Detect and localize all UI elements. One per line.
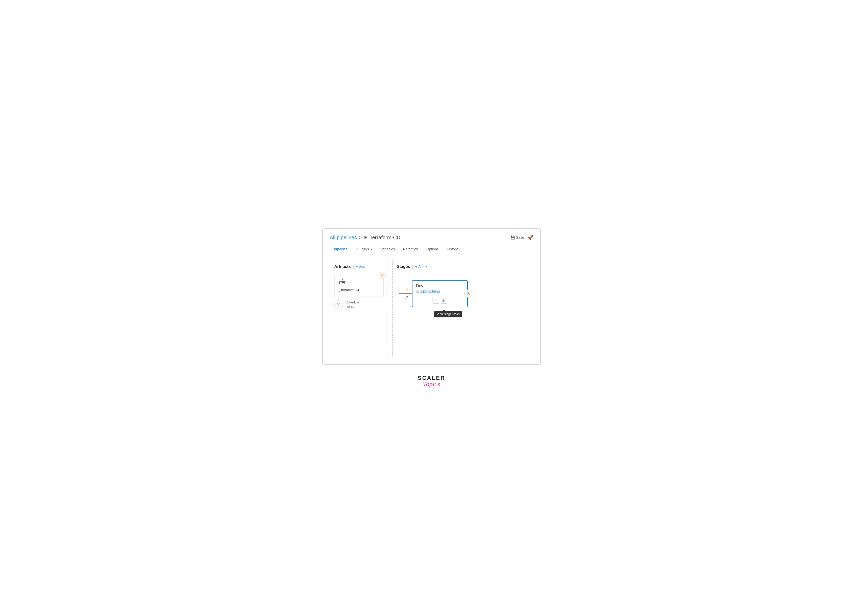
artifact-lightning-icon: ⚡ — [379, 272, 386, 279]
logo-area: SCALER Topics — [418, 375, 445, 388]
svg-point-5 — [406, 296, 408, 297]
tabs-bar: Pipeline ⚠ Tasks ▾ Variables Retention O… — [330, 245, 533, 254]
stages-divider: | — [412, 264, 413, 269]
schedule-icon — [334, 300, 343, 309]
stages-plus-icon: + — [415, 265, 417, 269]
stages-panel: Stages | + Add ▾ ⚡ — [392, 260, 533, 356]
save-button[interactable]: 💾 Save — [510, 236, 524, 239]
run-button[interactable]: 🚀 — [528, 235, 533, 240]
svg-rect-2 — [342, 282, 343, 283]
stage-job-label: 1 job, 8 tasks — [420, 289, 440, 293]
svg-rect-3 — [343, 282, 344, 283]
pipeline-area: Artifacts | + Add ⚡ — [330, 260, 533, 356]
stages-add-label: Add — [418, 265, 425, 269]
main-container: All pipelines > ⊞ Terraform-CD 💾 Save 🚀 … — [322, 228, 541, 365]
run-icon: 🚀 — [528, 235, 533, 240]
svg-rect-1 — [341, 282, 342, 283]
stage-left-icons: ⚡ — [404, 287, 410, 300]
tab-options[interactable]: Options — [422, 245, 443, 254]
stages-add-chevron: ▾ — [426, 265, 427, 268]
logo-topics: Topics — [423, 380, 440, 388]
tooltip-text: View stage tasks — [437, 312, 460, 316]
schedule-card[interactable]: Schedule not set — [334, 300, 384, 309]
tab-history-label: History — [447, 247, 458, 251]
stage-name: Dev — [416, 284, 464, 288]
schedule-line2: not set — [345, 305, 355, 308]
stages-add-link[interactable]: + Add ▾ — [415, 265, 427, 269]
artifact-build-icon — [339, 278, 346, 286]
header-actions: 💾 Save 🚀 — [510, 235, 533, 240]
breadcrumb: All pipelines > ⊞ Terraform-CD — [330, 235, 400, 240]
tab-retention[interactable]: Retention — [399, 245, 422, 254]
tab-options-label: Options — [427, 247, 439, 251]
svg-rect-7 — [443, 299, 445, 301]
stage-bottom-actions: + — [416, 297, 464, 304]
stage-warning-icon: ⚠ — [416, 289, 419, 293]
tab-variables[interactable]: Variables — [376, 245, 399, 254]
tab-pipeline[interactable]: Pipeline — [330, 245, 351, 254]
tab-pipeline-label: Pipeline — [334, 247, 348, 251]
stage-job-link[interactable]: ⚠ 1 job, 8 tasks — [416, 289, 464, 293]
all-pipelines-link[interactable]: All pipelines — [330, 235, 357, 240]
stage-lightning-btn[interactable]: ⚡ — [404, 287, 410, 293]
tab-retention-label: Retention — [403, 247, 418, 251]
artifact-name: _Terraform-CI — [339, 288, 359, 292]
artifacts-add-label: Add — [359, 265, 365, 269]
tab-tasks-inner: ⚠ Tasks ▾ — [356, 247, 372, 251]
breadcrumb-separator: > — [359, 235, 362, 240]
save-icon: 💾 — [510, 236, 515, 239]
tasks-warning-icon: ⚠ — [356, 247, 359, 251]
artifacts-plus-icon: + — [356, 265, 358, 269]
view-stage-tasks-tooltip: View stage tasks — [434, 311, 462, 317]
tab-tasks-label: Tasks — [360, 247, 369, 251]
artifacts-divider: | — [353, 264, 354, 269]
artifacts-add-link[interactable]: + Add — [356, 265, 365, 269]
stage-add-before-btn[interactable]: + — [433, 297, 439, 304]
pipeline-icon: ⊞ — [364, 235, 367, 240]
artifacts-panel-header: Artifacts | + Add — [334, 264, 384, 269]
schedule-line1: Schedule — [345, 300, 359, 304]
stage-card[interactable]: Dev ⚠ 1 job, 8 tasks View stage tasks + — [412, 280, 468, 307]
stage-user-btn[interactable] — [404, 294, 410, 300]
artifacts-panel: Artifacts | + Add ⚡ — [330, 260, 388, 356]
svg-point-8 — [468, 292, 469, 294]
save-label: Save — [516, 236, 524, 239]
stages-panel-header: Stages | + Add ▾ — [397, 264, 529, 269]
artifacts-title: Artifacts — [334, 264, 351, 269]
stages-title: Stages — [397, 264, 410, 269]
pipeline-name: Terraform-CD — [370, 235, 400, 240]
schedule-text: Schedule not set — [345, 300, 359, 309]
header: All pipelines > ⊞ Terraform-CD 💾 Save 🚀 — [330, 235, 533, 240]
tab-variables-label: Variables — [380, 247, 395, 251]
tab-history[interactable]: History — [443, 245, 462, 254]
stage-clone-btn[interactable] — [441, 297, 447, 304]
stage-area: ⚡ Dev ⚠ 1 job, 8 tasks — [412, 280, 468, 307]
artifact-card[interactable]: ⚡ _Terraform-CI — [334, 274, 384, 297]
tasks-chevron-icon: ▾ — [371, 248, 372, 250]
stage-approvals-btn[interactable] — [464, 289, 472, 298]
tab-tasks[interactable]: ⚠ Tasks ▾ — [351, 245, 376, 254]
